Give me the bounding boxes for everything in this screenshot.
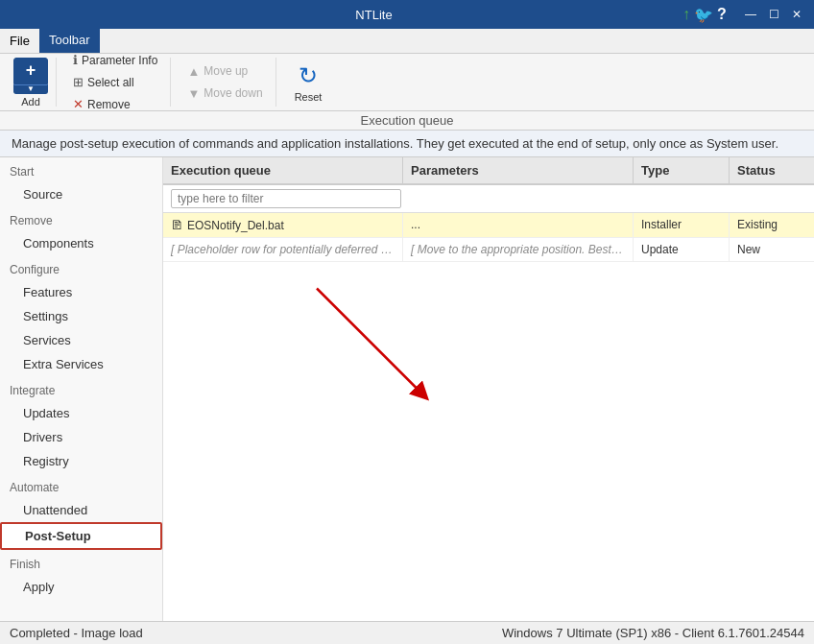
window-title: NTLite xyxy=(65,8,682,22)
cell-status-1: Existing xyxy=(730,213,806,237)
help-icon[interactable]: ? xyxy=(717,6,727,23)
sidebar: Start Source Remove Components Configure… xyxy=(0,157,163,621)
col-type: Type xyxy=(634,157,730,183)
move-up-button[interactable]: ▲ Move up xyxy=(182,61,267,82)
parameter-info-button[interactable]: ℹ Parameter Info xyxy=(68,50,162,70)
section-remove-label: Remove xyxy=(0,206,162,231)
parameter-info-label: Parameter Info xyxy=(82,54,157,67)
close-button[interactable]: ✕ xyxy=(787,5,806,24)
add-main-button[interactable]: + xyxy=(13,58,48,84)
cell-parameters-2: [ Move to the appropriate position. Best… xyxy=(403,238,634,261)
move-up-icon: ▲ xyxy=(187,64,200,79)
sidebar-item-unattended[interactable]: Unattended xyxy=(0,498,162,522)
sidebar-item-features[interactable]: Features xyxy=(0,280,162,304)
section-start-label: Start xyxy=(0,157,162,182)
cell-queue-2: [ Placeholder row for potentially deferr… xyxy=(163,238,403,261)
section-automate: Automate Unattended Post-Setup xyxy=(0,473,162,550)
reset-group: ↺ Reset xyxy=(280,58,337,107)
sidebar-item-components[interactable]: Components xyxy=(0,231,162,255)
reset-label: Reset xyxy=(295,91,323,103)
right-panel: Execution queue Parameters Type Status 🖹… xyxy=(163,157,814,621)
title-bar: NTLite ↑ 🐦 ? — ☐ ✕ xyxy=(0,0,814,29)
section-finish: Finish Apply xyxy=(0,550,162,599)
chevron-down-icon: ▼ xyxy=(27,84,35,93)
table-row[interactable]: 🖹EOSNotify_Del.bat ... Installer Existin… xyxy=(163,213,814,238)
sidebar-item-drivers[interactable]: Drivers xyxy=(0,425,162,449)
cell-type-1: Installer xyxy=(634,213,730,237)
table-body: 🖹EOSNotify_Del.bat ... Installer Existin… xyxy=(163,213,814,621)
cell-type-2: Update xyxy=(634,238,730,261)
sidebar-item-extra-services[interactable]: Extra Services xyxy=(0,352,162,376)
add-group: + ▼ Add xyxy=(6,58,57,107)
sidebar-item-services[interactable]: Services xyxy=(0,328,162,352)
add-plus-icon: + xyxy=(26,60,36,81)
minimize-button[interactable]: — xyxy=(741,5,760,24)
move-down-icon: ▼ xyxy=(187,86,200,101)
select-all-icon: ⊞ xyxy=(73,75,84,89)
status-bar: Completed - Image load Windows 7 Ultimat… xyxy=(0,621,814,644)
status-right: Windows 7 Ultimate (SP1) x86 - Client 6.… xyxy=(502,626,804,640)
sidebar-item-apply[interactable]: Apply xyxy=(0,575,162,599)
reset-icon: ↺ xyxy=(299,62,318,89)
reset-button[interactable]: ↺ Reset xyxy=(288,60,329,106)
sidebar-item-post-setup[interactable]: Post-Setup xyxy=(0,522,162,550)
remove-icon: ✕ xyxy=(73,97,84,111)
info-bar: Manage post-setup execution of commands … xyxy=(0,131,814,157)
sidebar-item-registry[interactable]: Registry xyxy=(0,449,162,473)
edit-group: ℹ Parameter Info ⊞ Select all ✕ Remove xyxy=(60,58,171,107)
info-text: Manage post-setup execution of commands … xyxy=(12,136,778,151)
select-all-button[interactable]: ⊞ Select all xyxy=(68,72,162,92)
section-finish-label: Finish xyxy=(0,550,162,575)
update-icon[interactable]: ↑ xyxy=(682,6,690,23)
remove-label: Remove xyxy=(87,98,131,111)
section-integrate-label: Integrate xyxy=(0,376,162,401)
add-button[interactable]: + ▼ xyxy=(13,58,48,94)
sidebar-item-settings[interactable]: Settings xyxy=(0,304,162,328)
col-execution-queue: Execution queue xyxy=(163,157,403,183)
cell-parameters-1: ... xyxy=(403,213,634,237)
toolbar: + ▼ Add ℹ Parameter Info ⊞ Select all ✕ … xyxy=(0,54,814,111)
add-label: Add xyxy=(21,96,40,107)
table-row[interactable]: [ Placeholder row for potentially deferr… xyxy=(163,238,814,262)
execution-queue-sublabel: Execution queue xyxy=(0,111,814,131)
filter-row xyxy=(163,185,814,213)
cell-status-2: New xyxy=(730,238,806,261)
status-left: Completed - Image load xyxy=(10,626,143,640)
add-dropdown-arrow[interactable]: ▼ xyxy=(13,84,48,94)
col-status: Status xyxy=(730,157,806,183)
main-content: Start Source Remove Components Configure… xyxy=(0,157,814,621)
section-configure-label: Configure xyxy=(0,255,162,280)
sidebar-item-source[interactable]: Source xyxy=(0,182,162,206)
move-group: ▲ Move up ▼ Move down xyxy=(175,58,275,107)
section-configure: Configure Features Settings Services Ext… xyxy=(0,255,162,376)
maximize-button[interactable]: ☐ xyxy=(764,5,783,24)
window-controls: ↑ 🐦 ? — ☐ ✕ xyxy=(682,5,806,24)
execution-queue-label: Execution queue xyxy=(361,113,454,128)
move-down-label: Move down xyxy=(204,86,262,100)
col-parameters: Parameters xyxy=(403,157,634,183)
filter-input[interactable] xyxy=(171,189,401,208)
move-up-label: Move up xyxy=(204,64,248,78)
bat-file-icon: 🖹 xyxy=(171,218,183,232)
section-automate-label: Automate xyxy=(0,473,162,498)
cell-queue-1: 🖹EOSNotify_Del.bat xyxy=(163,213,403,237)
section-remove: Remove Components xyxy=(0,206,162,255)
move-down-button[interactable]: ▼ Move down xyxy=(182,83,267,104)
sidebar-item-updates[interactable]: Updates xyxy=(0,401,162,425)
menu-file[interactable]: File xyxy=(0,29,39,53)
twitter-icon[interactable]: 🐦 xyxy=(694,6,713,24)
select-all-label: Select all xyxy=(87,76,134,89)
section-start: Start Source xyxy=(0,157,162,206)
table-header: Execution queue Parameters Type Status xyxy=(163,157,814,185)
info-icon: ℹ xyxy=(73,53,78,67)
section-integrate: Integrate Updates Drivers Registry xyxy=(0,376,162,473)
